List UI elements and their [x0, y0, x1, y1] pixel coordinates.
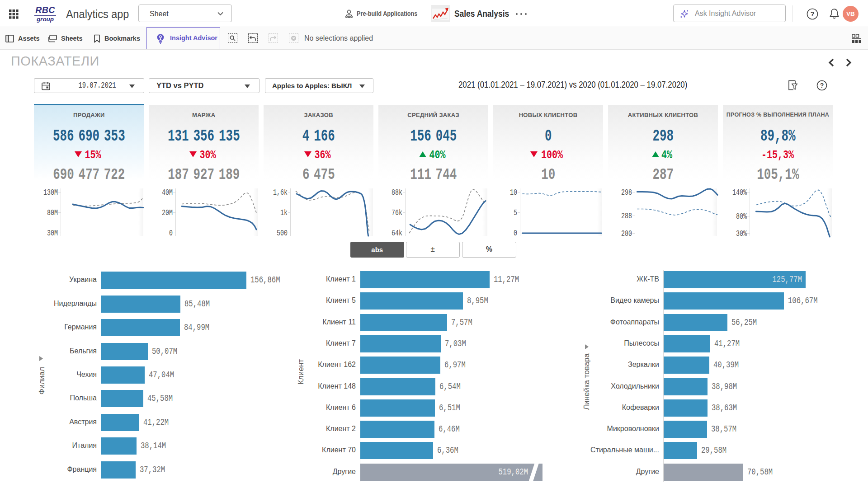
svg-text:?: ? [810, 10, 814, 18]
svg-text:?: ? [820, 82, 824, 89]
